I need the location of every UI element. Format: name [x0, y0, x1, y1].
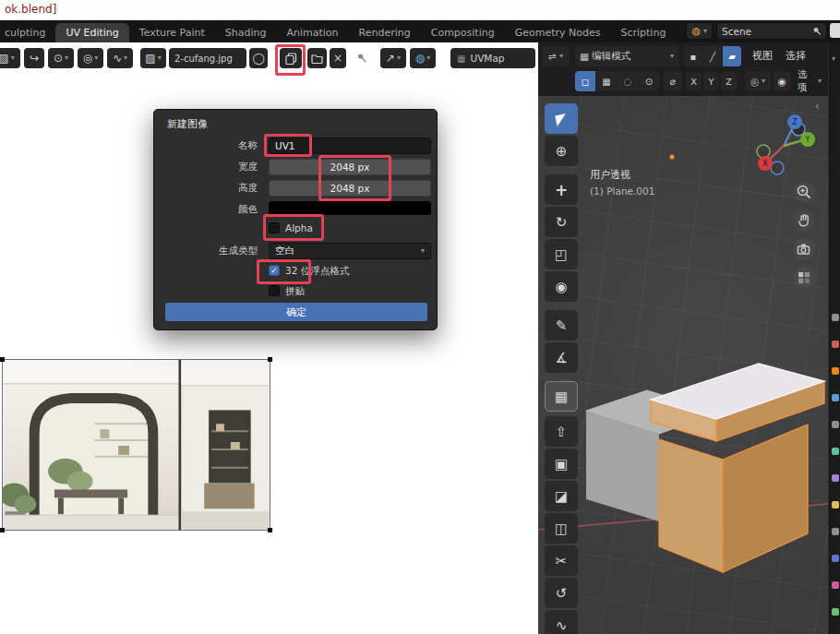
editor-type-dropdown[interactable]: ▨ ▾ — [0, 48, 20, 68]
overlays-dropdown[interactable]: ◍ ▾ — [410, 48, 436, 68]
generated-type-dropdown[interactable]: 空白 ▾ — [269, 243, 431, 259]
properties-tab-icon-4[interactable] — [832, 421, 839, 428]
select-box-button[interactable]: ▦ — [596, 71, 617, 91]
tab-sculpting[interactable]: culpting — [0, 23, 55, 42]
properties-tab-icon-5[interactable] — [832, 448, 839, 455]
scene-browser-dropdown[interactable]: ◍ ▾ — [686, 22, 713, 40]
sidebar-collapse-arrow[interactable]: ‹ — [815, 100, 820, 113]
image-browser-dropdown[interactable]: ▨ ▾ — [140, 48, 166, 68]
new-image-button[interactable] — [280, 48, 302, 68]
proportional-edit-button[interactable]: ↪ — [24, 48, 44, 68]
tool-knife[interactable]: ✂ — [545, 545, 578, 576]
mirror-z-button[interactable]: Z — [721, 72, 737, 90]
mirror-button[interactable]: ⌀ — [664, 71, 682, 91]
color-swatch[interactable] — [269, 201, 431, 215]
falloff-dropdown[interactable]: ∿ ▾ — [107, 48, 133, 68]
pin-button[interactable] — [353, 48, 371, 68]
tool-select-box[interactable]: ◤ — [545, 103, 578, 134]
mode-dropdown[interactable]: ▦ 编辑模式 ▾ — [575, 46, 678, 66]
axis-y-handle[interactable]: Y — [800, 132, 815, 147]
tiled-checkbox[interactable] — [269, 285, 280, 296]
vertex-select-button[interactable]: ▪ — [684, 46, 702, 66]
mirror-y-button[interactable]: Y — [703, 72, 719, 90]
axis-x-handle[interactable]: X — [758, 156, 773, 171]
properties-tab-icon-11[interactable] — [832, 608, 839, 616]
properties-tab-icon-2[interactable] — [832, 367, 839, 375]
pivot-icon: ⊙ — [54, 53, 63, 64]
open-image-button[interactable] — [307, 48, 327, 68]
tool-cursor[interactable]: ⊕ — [545, 136, 578, 166]
tab-shading[interactable]: Shading — [215, 23, 277, 42]
properties-tab-icon-3[interactable] — [832, 394, 839, 401]
properties-tab-icon-9[interactable] — [832, 555, 839, 562]
name-input[interactable]: UV1 — [269, 138, 431, 154]
options-dropdown[interactable]: 选项 ▾ — [793, 71, 826, 91]
width-input[interactable]: 2048 px — [269, 159, 431, 175]
ortho-grid-button[interactable] — [793, 267, 815, 289]
select-tweak-button[interactable]: ◻ — [575, 71, 595, 91]
properties-tab-icon-10[interactable] — [832, 581, 839, 589]
tool-inset-faces[interactable]: ▣ — [545, 449, 578, 479]
orientation-dropdown[interactable]: ⇌ ▾ — [542, 46, 570, 66]
select-circle-button[interactable]: ◌ — [618, 71, 638, 91]
unlink-image-button[interactable]: × — [330, 48, 346, 68]
axis-z-handle[interactable]: Z — [787, 114, 802, 129]
edge-select-button[interactable]: ╱ — [703, 46, 722, 66]
tab-texture-paint[interactable]: Texture Paint — [129, 23, 215, 42]
tab-geometry-nodes[interactable]: Geometry Nodes — [505, 23, 611, 42]
pan-button[interactable] — [793, 209, 815, 232]
viewport-canvas[interactable]: 用户透视 (1) Plane.001 Z Y — [538, 96, 828, 634]
uv-corner-handle[interactable] — [268, 357, 272, 362]
uvmap-selector[interactable]: ▦ UVMap — [450, 48, 535, 68]
tool-bevel[interactable]: ◪ — [545, 481, 578, 511]
tab-scripting[interactable]: Scripting — [610, 23, 676, 42]
snap-dropdown-3d[interactable]: ◎ ▾ — [745, 71, 771, 91]
tool-add-cube[interactable]: ▦ — [545, 381, 578, 412]
height-input[interactable]: 2048 px — [269, 180, 431, 197]
uv-corner-handle[interactable] — [0, 357, 5, 362]
zoom-button[interactable] — [793, 181, 815, 203]
tool-move[interactable]: + — [545, 174, 578, 205]
ok-button[interactable]: 确定 — [165, 303, 427, 321]
tool-extrude-region[interactable]: ⇧ — [545, 416, 578, 447]
tool-smooth[interactable]: ∿ — [545, 610, 578, 634]
float32-checkbox[interactable]: ✓ — [269, 265, 280, 276]
fake-user-button[interactable]: ◯ — [249, 48, 268, 68]
properties-tab-icon-8[interactable] — [832, 528, 839, 535]
tab-compositing[interactable]: Compositing — [421, 23, 505, 42]
tab-uv-editing[interactable]: UV Editing — [55, 23, 128, 42]
proportional-edit-button-3d[interactable]: ◉ — [774, 71, 790, 91]
uv-corner-handle[interactable] — [0, 528, 5, 532]
scene-name-field[interactable]: Scene — [716, 22, 827, 40]
tool-measure[interactable]: ∡ — [545, 342, 578, 373]
menu-view[interactable]: 视图 — [749, 46, 776, 66]
tool-spin[interactable]: ↺ — [545, 578, 578, 608]
axis-neg-y-handle[interactable] — [757, 145, 770, 158]
tool-annotate[interactable]: ✎ — [545, 310, 578, 341]
uv-corner-handle[interactable] — [268, 528, 272, 532]
view-layer-icon[interactable] — [830, 23, 840, 38]
tool-rotate[interactable]: ↻ — [545, 207, 578, 237]
properties-tab-icon-7[interactable] — [832, 501, 839, 508]
properties-tab-icon-6[interactable] — [832, 474, 839, 482]
navigation-gizmo[interactable]: Z Y X — [752, 109, 819, 175]
snap-dropdown[interactable]: ◎ ▾ — [78, 48, 103, 68]
pin-icon[interactable] — [812, 27, 822, 36]
tab-animation[interactable]: Animation — [276, 23, 348, 42]
properties-tab-icon-1[interactable] — [832, 341, 839, 348]
tab-rendering[interactable]: Rendering — [349, 23, 421, 42]
axis-neg-z-handle[interactable] — [771, 161, 784, 174]
properties-tab-icon-0[interactable] — [832, 314, 839, 321]
tool-loop-cut[interactable]: ◫ — [545, 513, 578, 544]
image-name-field[interactable]: 2-cufang.jpg — [169, 48, 246, 68]
pivot-point-dropdown[interactable]: ⊙ ▾ — [48, 48, 74, 68]
camera-view-button[interactable] — [793, 238, 815, 260]
face-select-button[interactable]: ▰ — [723, 46, 741, 66]
menu-select[interactable]: 选择 — [782, 46, 810, 66]
gizmo-display-dropdown[interactable]: ↗ ▾ — [380, 48, 406, 68]
tool-scale[interactable]: ◰ — [545, 239, 578, 269]
mirror-x-button[interactable]: X — [686, 72, 702, 90]
alpha-checkbox[interactable] — [269, 222, 280, 233]
tool-transform[interactable]: ◉ — [545, 271, 578, 302]
select-lasso-button[interactable]: ⊙ — [639, 71, 659, 91]
